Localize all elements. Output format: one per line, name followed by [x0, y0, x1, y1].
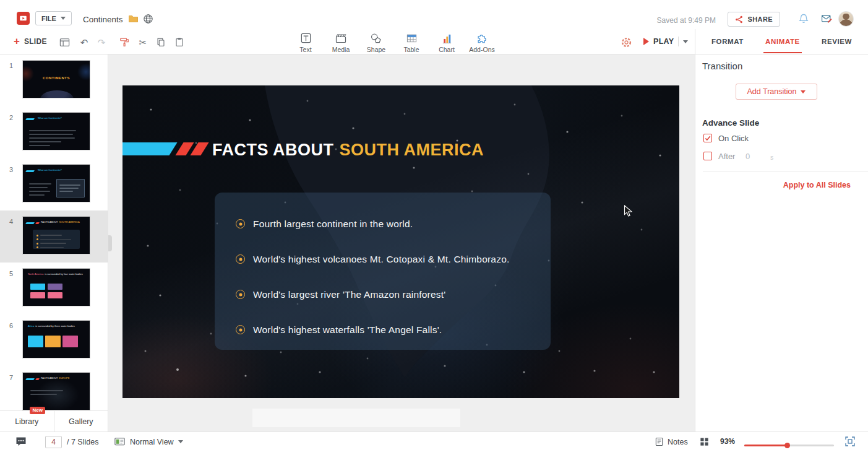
- tool-label: Text: [299, 46, 311, 53]
- globe-icon[interactable]: [143, 14, 153, 24]
- planet-decoration: [40, 90, 74, 98]
- bullet-item[interactable]: Fourth largest continent in the world.: [236, 206, 551, 241]
- thumb-title: FACTS ABOUT: [41, 376, 58, 380]
- zoom-slider[interactable]: [744, 445, 834, 446]
- on-click-label[interactable]: On Click: [718, 134, 749, 143]
- save-status: Saved at 9:49 PM: [657, 16, 716, 25]
- slide-thumbnail[interactable]: FACTS ABOUTSOUTH AMERICA: [22, 216, 90, 254]
- tab-format[interactable]: FORMAT: [711, 38, 744, 45]
- apply-to-all-slides-link[interactable]: Apply to All Slides: [783, 181, 851, 189]
- copy-icon[interactable]: [155, 36, 167, 48]
- presentation-app: FILE Continents Saved at 9:49 PM SHARE +…: [0, 0, 868, 460]
- after-seconds-value[interactable]: 0: [746, 152, 750, 161]
- slide-sorter-icon[interactable]: [699, 436, 710, 447]
- add-transition-button[interactable]: Add Transition: [736, 84, 817, 100]
- tool-chart[interactable]: Chart: [432, 32, 462, 53]
- current-slide-number-input[interactable]: 4: [45, 436, 62, 448]
- cut-icon[interactable]: ✂: [137, 36, 149, 48]
- slide-content-box[interactable]: Fourth largest continent in the world. W…: [215, 193, 551, 350]
- thumb-title: FACTS ABOUT: [41, 220, 58, 223]
- add-slide-button[interactable]: + SLIDE: [14, 36, 47, 46]
- slide-thumbnail[interactable]: CONTINENTS: [22, 60, 90, 98]
- feedback-mail-icon[interactable]: [821, 14, 832, 24]
- fit-to-screen-icon[interactable]: [844, 435, 856, 448]
- slide-thumbnail[interactable]: Africais surrounded by three water bodie…: [22, 320, 90, 358]
- tool-shape[interactable]: Shape: [361, 32, 391, 53]
- after-checkbox-unchecked[interactable]: [703, 152, 712, 160]
- play-button[interactable]: PLAY: [643, 37, 688, 46]
- advance-slide-heading: Advance Slide: [702, 118, 759, 128]
- slide-thumbnail-row-2[interactable]: 2 What are Continents?: [0, 106, 108, 158]
- slide-thumbnail[interactable]: What are Continents?: [22, 164, 90, 202]
- settings-gear-icon[interactable]: [620, 36, 632, 48]
- slide-thumbnail-row-5[interactable]: 5 North Americais surrounded by four wat…: [0, 263, 108, 315]
- gallery-tab[interactable]: Gallery: [54, 411, 108, 432]
- app-logo-icon[interactable]: [17, 12, 30, 25]
- folder-icon[interactable]: [128, 14, 139, 24]
- tool-table[interactable]: Table: [397, 32, 426, 53]
- file-menu-button[interactable]: FILE: [35, 11, 72, 25]
- thumb-title-rest: is surrounded by four water bodies: [45, 272, 82, 276]
- zoom-slider-handle[interactable]: [784, 443, 790, 448]
- after-label[interactable]: After: [718, 152, 735, 161]
- slide-layout-icon[interactable]: [58, 36, 71, 48]
- slide-thumbnail[interactable]: North Americais surrounded by four water…: [22, 268, 90, 306]
- chevron-down-icon[interactable]: [683, 40, 688, 43]
- tool-text[interactable]: Text: [291, 32, 320, 53]
- tab-animate[interactable]: ANIMATE: [765, 38, 800, 45]
- notifications-bell-icon[interactable]: [798, 13, 809, 24]
- new-badge: New: [30, 407, 45, 414]
- slides-sidebar: 1 CONTINENTS 2 What are Continents?: [0, 54, 108, 432]
- media-icon: [335, 32, 347, 44]
- panel-divider: [703, 171, 868, 172]
- bullet-item[interactable]: World's highest waterfalls 'The Angel Fa…: [236, 312, 551, 347]
- slide-thumbnail-row-7[interactable]: 7 FACTS ABOUTEUROPE: [0, 367, 108, 410]
- stars-decoration: [122, 85, 124, 87]
- slide-number: 6: [0, 320, 22, 367]
- library-tab[interactable]: Library New: [0, 411, 54, 432]
- slide-title[interactable]: FACTS ABOUTSOUTH AMERICA: [212, 141, 484, 160]
- current-slide[interactable]: FACTS ABOUTSOUTH AMERICA Fourth largest …: [122, 85, 679, 398]
- tool-label: Media: [332, 46, 350, 53]
- comments-icon[interactable]: [15, 436, 27, 448]
- bullet-item[interactable]: World's largest river 'The Amazon rainfo…: [236, 277, 551, 312]
- notes-button[interactable]: Notes: [655, 436, 688, 447]
- bullet-item[interactable]: World's highest volcanoes Mt. Cotopaxi &…: [236, 241, 551, 277]
- add-ons-puzzle-icon: [476, 32, 488, 44]
- thumb-title: CONTINENTS: [23, 76, 90, 80]
- sidebar-collapse-handle[interactable]: [108, 235, 112, 251]
- slide-thumbnail[interactable]: FACTS ABOUTEUROPE: [22, 372, 90, 410]
- share-button[interactable]: SHARE: [728, 12, 780, 27]
- tool-label: Shape: [367, 46, 385, 53]
- on-click-checkbox-checked[interactable]: [703, 134, 712, 142]
- document-title[interactable]: Continents: [83, 15, 123, 24]
- paste-icon[interactable]: [173, 36, 186, 48]
- tool-add-ons[interactable]: Add-Ons: [467, 32, 497, 53]
- format-painter-icon[interactable]: [118, 36, 131, 48]
- slide-thumbnail-row-3[interactable]: 3 What are Continents?: [0, 158, 108, 210]
- thumb-callout-box: [56, 179, 85, 197]
- bullet-text: World's largest river 'The Amazon rainfo…: [253, 289, 445, 300]
- tool-label: Chart: [439, 46, 455, 53]
- slide-thumbnail-row-4-selected[interactable]: 4 FACTS ABOUTSOUTH AMERICA: [0, 210, 108, 263]
- user-avatar[interactable]: [838, 11, 854, 27]
- zoom-percentage: 93%: [720, 437, 735, 446]
- chevron-down-icon: [178, 440, 183, 443]
- divider: [678, 37, 679, 46]
- view-selector[interactable]: Normal View: [114, 436, 183, 447]
- insert-tools: Text Media Shape Table: [291, 32, 497, 53]
- slide-thumbnail-row-1[interactable]: 1 CONTINENTS: [0, 54, 108, 106]
- editor-canvas[interactable]: FACTS ABOUTSOUTH AMERICA Fourth largest …: [108, 54, 695, 432]
- play-icon: [643, 38, 649, 45]
- toolbar: + SLIDE ↶ ↷ ✂ Text: [0, 29, 868, 54]
- tool-media[interactable]: Media: [326, 32, 356, 53]
- panel-tabs: FORMAT ANIMATE REVIEW: [695, 29, 868, 54]
- slide-thumbnail[interactable]: What are Continents?: [22, 112, 90, 150]
- redo-icon[interactable]: ↷: [95, 36, 108, 48]
- canvas-scroll-strip[interactable]: [252, 409, 460, 427]
- library-label: Library: [15, 417, 38, 426]
- bullet-icon: [236, 219, 245, 228]
- tab-review[interactable]: REVIEW: [822, 38, 852, 45]
- slide-thumbnail-row-6[interactable]: 6 Africais surrounded by three water bod…: [0, 315, 108, 367]
- undo-icon[interactable]: ↶: [78, 36, 90, 48]
